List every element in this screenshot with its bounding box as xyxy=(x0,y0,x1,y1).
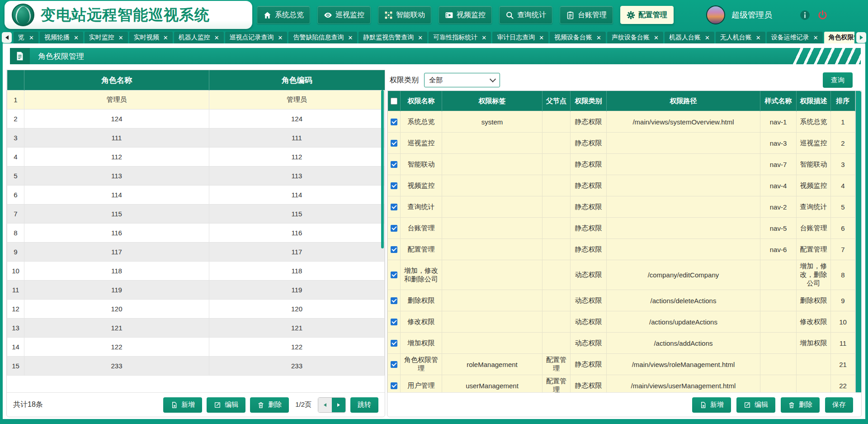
tab-scroll-left-button[interactable] xyxy=(2,32,12,43)
power-icon[interactable] xyxy=(817,10,828,21)
permission-row[interactable]: 配置管理静态权限nav-6配置管理7 xyxy=(388,239,855,260)
close-icon[interactable]: ✕ xyxy=(705,35,710,41)
nav-button-video[interactable]: 视频监控 xyxy=(439,6,492,24)
tab-label: 无人机台账 xyxy=(720,33,752,42)
permission-row[interactable]: 系统总览system静态权限/main/views/systemOverview… xyxy=(388,111,855,133)
tab-静默监视告警查询[interactable]: 静默监视告警查询✕ xyxy=(359,32,427,43)
permission-row[interactable]: 视频监控静态权限nav-4视频监控4 xyxy=(388,175,855,196)
permission-type-select[interactable]: 全部 xyxy=(424,73,500,87)
role-add-button[interactable]: 新增 xyxy=(163,397,202,413)
scroll-right-icon xyxy=(860,35,863,40)
close-icon[interactable]: ✕ xyxy=(163,35,168,41)
nav-button-search[interactable]: 查询统计 xyxy=(499,6,552,24)
row-checkbox[interactable] xyxy=(391,340,397,347)
tab-角色权限管理[interactable]: 角色权限管理✕ xyxy=(824,32,854,43)
tab-视频设备台账[interactable]: 视频设备台账✕ xyxy=(550,32,606,43)
row-checkbox[interactable] xyxy=(391,140,397,147)
permission-row[interactable]: 巡视监控静态权限nav-3巡视监控2 xyxy=(388,133,855,154)
role-row[interactable]: 5113113 xyxy=(7,167,385,186)
role-row[interactable]: 14122122 xyxy=(7,338,385,357)
role-row[interactable]: 4112112 xyxy=(7,148,385,167)
permission-edit-button[interactable]: 编辑 xyxy=(736,397,775,413)
close-icon[interactable]: ✕ xyxy=(481,35,486,41)
role-row[interactable]: 13121121 xyxy=(7,319,385,338)
role-row[interactable]: 9117117 xyxy=(7,243,385,262)
jump-button[interactable]: 跳转 xyxy=(350,397,378,413)
role-row[interactable]: 6114114 xyxy=(7,186,385,205)
row-checkbox[interactable] xyxy=(391,246,397,253)
close-icon[interactable]: ✕ xyxy=(654,35,659,41)
permissions-scrollbar[interactable] xyxy=(855,91,861,392)
permission-delete-button[interactable]: 删除 xyxy=(781,397,820,413)
close-icon[interactable]: ✕ xyxy=(118,35,123,41)
permission-row[interactable]: 增加，修改和删除公司动态权限/company/editCompany增加，修改，… xyxy=(388,260,855,290)
role-row[interactable]: 3111111 xyxy=(7,129,385,148)
row-checkbox[interactable] xyxy=(391,119,397,125)
nav-button-eye[interactable]: 巡视监控 xyxy=(317,6,371,24)
row-checkbox[interactable] xyxy=(391,361,397,368)
row-checkbox[interactable] xyxy=(391,272,397,278)
search-button[interactable]: 查询 xyxy=(823,72,853,88)
permission-row[interactable]: 角色权限管理roleManagement配置管理静态权限/main/views/… xyxy=(388,354,855,375)
tab-视频轮播[interactable]: 视频轮播✕ xyxy=(40,32,83,43)
nav-button-clipboard[interactable]: 台账管理 xyxy=(560,6,613,24)
tab-机器人监控[interactable]: 机器人监控✕ xyxy=(174,32,224,43)
close-icon[interactable]: ✕ xyxy=(348,35,353,41)
roles-scrollbar[interactable] xyxy=(381,90,384,248)
permission-add-button[interactable]: 新增 xyxy=(692,397,731,413)
close-icon[interactable]: ✕ xyxy=(596,35,601,41)
select-all-checkbox[interactable] xyxy=(391,98,397,105)
tab-scroll-right-button[interactable] xyxy=(856,32,866,43)
nav-button-link[interactable]: 智能联动 xyxy=(378,6,431,24)
role-edit-button[interactable]: 编辑 xyxy=(207,397,245,413)
role-row[interactable]: 7115115 xyxy=(7,205,385,224)
permission-row[interactable]: 台账管理静态权限nav-5台账管理6 xyxy=(388,218,855,239)
tab-可靠性指标统计[interactable]: 可靠性指标统计✕ xyxy=(429,32,491,43)
tab-实时视频[interactable]: 实时视频✕ xyxy=(129,32,173,43)
close-icon[interactable]: ✕ xyxy=(813,35,818,41)
close-icon[interactable]: ✕ xyxy=(756,35,761,41)
tab-设备运维记录[interactable]: 设备运维记录✕ xyxy=(767,32,823,43)
info-icon[interactable] xyxy=(799,10,811,21)
permission-row[interactable]: 查询统计静态权限nav-2查询统计5 xyxy=(388,196,855,218)
row-checkbox[interactable] xyxy=(391,161,397,168)
tab-巡视点记录查询[interactable]: 巡视点记录查询✕ xyxy=(225,32,288,43)
role-row[interactable]: 15233233 xyxy=(7,357,385,376)
tab-实时监控[interactable]: 实时监控✕ xyxy=(85,32,128,43)
role-row[interactable]: 12120120 xyxy=(7,300,385,319)
role-row[interactable]: 2124124 xyxy=(7,110,385,129)
role-row[interactable]: 8116116 xyxy=(7,224,385,243)
save-button[interactable]: 保存 xyxy=(825,397,853,413)
tab-无人机台账[interactable]: 无人机台账✕ xyxy=(716,32,765,43)
close-icon[interactable]: ✕ xyxy=(214,35,219,41)
tab-声纹设备台账[interactable]: 声纹设备台账✕ xyxy=(607,32,663,43)
role-delete-button[interactable]: 删除 xyxy=(250,397,289,413)
tab-审计日志查询[interactable]: 审计日志查询✕ xyxy=(492,32,548,43)
role-row[interactable]: 11119119 xyxy=(7,281,385,300)
tab-览[interactable]: 览✕ xyxy=(14,32,38,43)
row-checkbox[interactable] xyxy=(391,319,397,325)
close-icon[interactable]: ✕ xyxy=(278,35,283,41)
role-row[interactable]: 10118118 xyxy=(7,262,385,281)
row-checkbox[interactable] xyxy=(391,182,397,189)
permission-row[interactable]: 智能联动静态权限nav-7智能联动3 xyxy=(388,154,855,175)
next-page-button[interactable] xyxy=(332,398,345,412)
nav-button-gear[interactable]: 配置管理 xyxy=(620,6,674,24)
tab-机器人台账[interactable]: 机器人台账✕ xyxy=(665,32,714,43)
row-checkbox[interactable] xyxy=(391,204,397,210)
permission-row[interactable]: 修改权限动态权限/actions/updateActions修改权限10 xyxy=(388,311,855,333)
permission-row[interactable]: 删除权限动态权限/actions/deleteActions删除权限9 xyxy=(388,290,855,311)
row-checkbox[interactable] xyxy=(391,382,397,389)
close-icon[interactable]: ✕ xyxy=(418,35,423,41)
close-icon[interactable]: ✕ xyxy=(29,35,34,41)
row-checkbox[interactable] xyxy=(391,297,397,304)
row-checkbox[interactable] xyxy=(391,225,397,232)
role-row[interactable]: 1管理员管理员 xyxy=(7,91,385,110)
permission-row[interactable]: 增加权限动态权限/actions/addActions增加权限11 xyxy=(388,333,855,354)
close-icon[interactable]: ✕ xyxy=(74,35,79,41)
user-avatar[interactable] xyxy=(706,5,725,24)
close-icon[interactable]: ✕ xyxy=(539,35,544,41)
prev-page-button[interactable] xyxy=(318,398,332,412)
tab-告警缺陷信息查询[interactable]: 告警缺陷信息查询✕ xyxy=(288,32,357,43)
nav-button-home[interactable]: 系统总览 xyxy=(257,6,310,24)
